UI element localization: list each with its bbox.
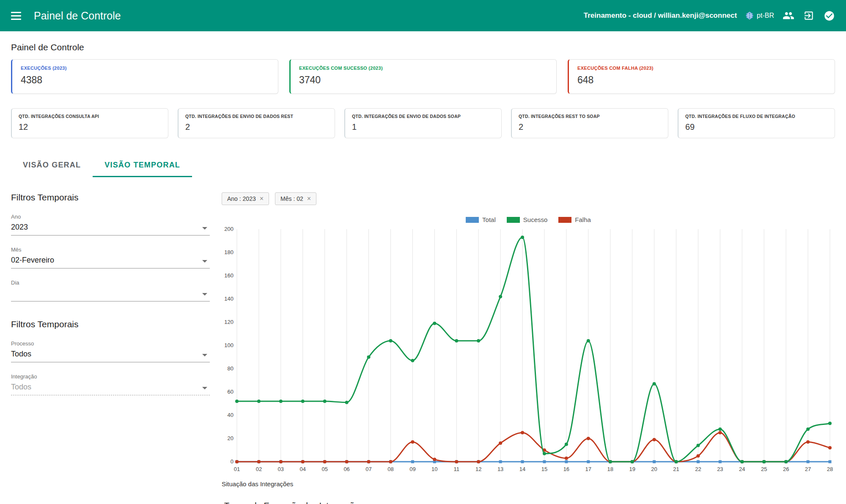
users-icon[interactable] (783, 10, 794, 22)
svg-text:13: 13 (497, 466, 503, 472)
chart-legend: Total Sucesso Falha (222, 216, 835, 223)
svg-text:16: 16 (563, 466, 569, 472)
svg-text:100: 100 (224, 342, 233, 348)
qty-label: QTD. INTEGRAÇÕES DE FLUXO DE INTEGRAÇÃO (685, 114, 828, 119)
svg-text:26: 26 (783, 466, 789, 472)
qty-value: 2 (185, 122, 328, 132)
svg-text:18: 18 (607, 466, 613, 472)
card-qtd-envio-rest: QTD. INTEGRAÇÕES DE ENVIO DE DADOS REST … (178, 108, 335, 138)
svg-text:11: 11 (454, 466, 460, 472)
locale-label: pt-BR (757, 12, 774, 19)
stat-cards-row: EXECUÇÕES (2023) 4388 EXECUÇÕES COM SUCE… (11, 59, 835, 94)
tab-visao-geral[interactable]: VISÃO GERAL (11, 154, 93, 177)
svg-text:09: 09 (409, 466, 415, 472)
legend-falha-label: Falha (575, 216, 591, 223)
processo-select[interactable]: Processo Todos (11, 340, 210, 362)
svg-text:19: 19 (629, 466, 635, 472)
qty-value: 2 (519, 122, 661, 132)
svg-text:27: 27 (805, 466, 811, 472)
svg-text:15: 15 (541, 466, 547, 472)
filters-temporal-heading: Filtros Temporais (11, 192, 210, 203)
svg-text:24: 24 (739, 466, 745, 472)
svg-text:21: 21 (673, 466, 679, 472)
svg-text:01: 01 (234, 466, 240, 472)
globe-icon (745, 11, 754, 20)
ano-select[interactable]: Ano 2023 (11, 214, 210, 236)
svg-text:140: 140 (224, 296, 233, 302)
legend-sucesso-swatch (507, 217, 520, 223)
qty-label: QTD. INTEGRAÇÕES DE ENVIO DE DADOS SOAP (352, 114, 494, 119)
tab-visao-temporal[interactable]: VISÃO TEMPORAL (93, 154, 192, 177)
card-qtd-envio-soap: QTD. INTEGRAÇÕES DE ENVIO DE DADOS SOAP … (344, 108, 502, 138)
logout-icon[interactable] (803, 10, 815, 22)
legend-falha-swatch (558, 217, 571, 223)
dropdown-arrow-icon (202, 293, 207, 296)
qty-cards-row: QTD. INTEGRAÇÕES CONSULTA API 12 QTD. IN… (11, 108, 835, 138)
legend-sucesso-label: Sucesso (523, 216, 548, 223)
main-panel: Filtros Temporais Ano 2023 Mês 02-Fevere… (11, 192, 835, 504)
page-content: Painel de Controle EXECUÇÕES (2023) 4388… (0, 42, 846, 504)
svg-text:23: 23 (717, 466, 723, 472)
page-title: Painel de Controle (11, 42, 835, 52)
integracao-value: Todos (11, 383, 210, 392)
card-falha-value: 648 (577, 74, 826, 86)
svg-text:25: 25 (761, 466, 767, 472)
svg-text:05: 05 (321, 466, 327, 472)
svg-text:07: 07 (365, 466, 371, 472)
check-circle-icon[interactable] (823, 10, 835, 22)
chart-area: Ano : 2023 × Mês : 02 × Total Sucesso (210, 192, 835, 504)
app-bar: Painel de Controle Treinamento - cloud /… (0, 0, 846, 31)
svg-text:14: 14 (519, 466, 525, 472)
chip-remove-icon[interactable]: × (260, 195, 264, 202)
menu-icon[interactable] (11, 10, 24, 21)
tempo-execucao-heading: Tempo de Execução das Integrações (222, 501, 835, 504)
app-bar-title: Painel de Controle (34, 10, 121, 22)
svg-text:180: 180 (224, 249, 233, 255)
legend-falha: Falha (558, 216, 591, 223)
svg-text:06: 06 (343, 466, 349, 472)
qty-label: QTD. INTEGRAÇÕES DE ENVIO DE DADOS REST (185, 114, 328, 119)
chip-remove-icon[interactable]: × (307, 195, 311, 202)
legend-sucesso: Sucesso (507, 216, 548, 223)
dropdown-arrow-icon (202, 227, 207, 230)
locale-selector[interactable]: pt-BR (745, 11, 774, 20)
svg-text:40: 40 (228, 412, 233, 418)
svg-text:160: 160 (224, 272, 233, 279)
filters-panel: Filtros Temporais Ano 2023 Mês 02-Fevere… (11, 192, 210, 395)
card-qtd-consulta-api: QTD. INTEGRAÇÕES CONSULTA API 12 (11, 108, 168, 138)
qty-value: 1 (352, 122, 494, 132)
qty-label: QTD. INTEGRAÇÕES CONSULTA API (19, 114, 161, 119)
svg-text:0: 0 (231, 458, 233, 465)
chip-ano: Ano : 2023 × (222, 192, 269, 205)
dia-value (11, 289, 210, 298)
svg-text:200: 200 (224, 226, 233, 232)
qty-label: QTD. INTEGRAÇÕES REST TO SOAP (519, 114, 661, 119)
card-execucoes-value: 4388 (21, 74, 269, 86)
svg-text:28: 28 (827, 466, 833, 472)
chip-mes: Mês : 02 × (275, 192, 316, 205)
card-sucesso: EXECUÇÕES COM SUCESSO (2023) 3740 (289, 59, 557, 94)
svg-text:80: 80 (228, 365, 233, 372)
line-chart: 0204060801001201401601802000102030405060… (222, 225, 835, 479)
dropdown-arrow-icon (202, 354, 207, 356)
svg-text:08: 08 (387, 466, 393, 472)
legend-total: Total (466, 216, 496, 223)
mes-select[interactable]: Mês 02-Fevereiro (11, 247, 210, 268)
card-execucoes: EXECUÇÕES (2023) 4388 (11, 59, 278, 94)
svg-text:03: 03 (278, 466, 284, 472)
svg-text:20: 20 (228, 435, 233, 441)
qty-value: 69 (685, 122, 828, 132)
app-bar-right: Treinamento - cloud / willian.kenji@scon… (584, 10, 835, 22)
legend-total-swatch (466, 217, 479, 223)
chip-mes-label: Mês : 02 (280, 195, 303, 202)
dropdown-arrow-icon (202, 387, 207, 389)
integracao-select: Integração Todos (11, 373, 210, 395)
ano-value: 2023 (11, 223, 210, 232)
dia-select[interactable]: Dia (11, 279, 210, 301)
svg-text:20: 20 (651, 466, 657, 472)
legend-total-label: Total (482, 216, 496, 223)
mes-value: 02-Fevereiro (11, 256, 210, 265)
dropdown-arrow-icon (202, 260, 207, 263)
ano-label: Ano (11, 214, 210, 220)
svg-text:120: 120 (224, 319, 233, 325)
